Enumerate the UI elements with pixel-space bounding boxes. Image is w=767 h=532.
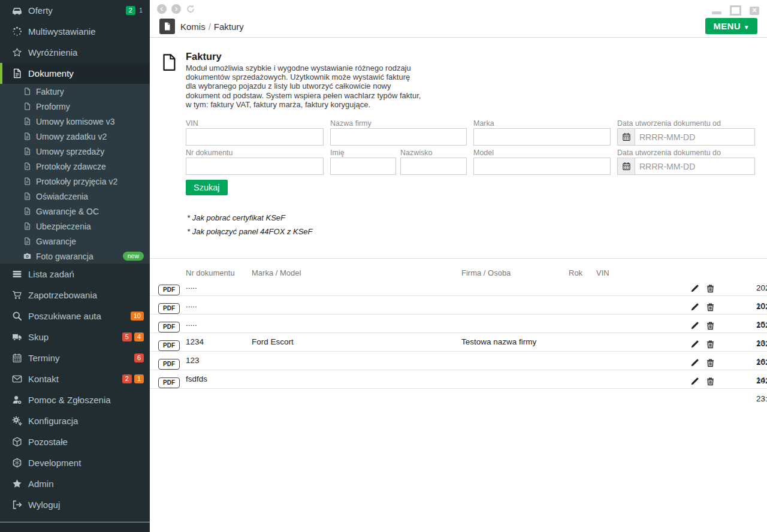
submenu-item-umowy-sprzedazy[interactable]: Umowy sprzedaży: [0, 144, 150, 159]
logout-icon: [10, 500, 23, 510]
chevron-down-icon: ▼: [744, 24, 750, 31]
calendar-icon[interactable]: [617, 158, 635, 175]
breadcrumb: Komis / Faktury: [159, 19, 244, 34]
sidebar-item-dokumenty[interactable]: Dokumenty: [0, 63, 150, 84]
data-do-input[interactable]: [635, 158, 755, 175]
submenu-item-oswiadczenia[interactable]: Oświadczenia: [0, 189, 150, 204]
sidebar-item-oferty[interactable]: Oferty 21: [0, 0, 150, 21]
sidebar-item-label: Multiwystawianie: [28, 26, 96, 37]
pdf-button[interactable]: PDF: [158, 322, 180, 332]
edit-icon[interactable]: [690, 356, 700, 365]
search-button[interactable]: Szukaj: [186, 180, 228, 195]
car-icon: [10, 5, 23, 16]
refresh-button[interactable]: [186, 4, 195, 14]
sidebar-item-konfiguracja[interactable]: Konfiguracja: [0, 410, 150, 431]
page-icon: [159, 19, 175, 34]
created-timestamp: 2025-09-1714:04:39: [702, 353, 756, 371]
dokumenty-submenu: Faktury Proformy Umowy komisowe v3 Umowy…: [0, 84, 150, 264]
sidebar-item-poszukiwane-auta[interactable]: Poszukiwane auta 10: [0, 306, 150, 327]
star-icon: [10, 479, 23, 489]
nazwa-firmy-input[interactable]: [330, 128, 467, 146]
nazwa-firmy-label: Nazwa firmy: [330, 119, 372, 128]
sidebar-item-wyloguj[interactable]: Wyloguj: [0, 494, 150, 515]
count-badge: 2: [122, 374, 132, 383]
nr-dokumentu-label: Nr dokumentu: [186, 149, 233, 157]
submenu-item-gwarancje-oc[interactable]: Gwarancje & OC: [0, 204, 150, 219]
imie-input[interactable]: [330, 158, 396, 175]
nazwisko-input[interactable]: [400, 158, 467, 175]
list-icon: [10, 269, 23, 279]
sidebar-item-wyroznienia[interactable]: Wyróżnienia: [0, 42, 150, 63]
submenu-item-gwarancje[interactable]: Gwarancje: [0, 234, 150, 249]
pdf-button[interactable]: PDF: [158, 303, 180, 314]
menu-button[interactable]: MENU▼: [705, 18, 757, 34]
submenu-item-faktury[interactable]: Faktury: [0, 84, 150, 99]
pdf-button[interactable]: PDF: [158, 285, 180, 295]
sidebar-footer: [0, 522, 150, 532]
submenu-item-umowy-komisowe[interactable]: Umowy komisowe v3: [0, 114, 150, 129]
model-label: Model: [473, 149, 494, 157]
star-outline-icon: [10, 47, 23, 58]
vin-input[interactable]: [186, 128, 324, 146]
col-nr-dokumentu: Nr dokumentu: [186, 268, 235, 277]
close-button[interactable]: ✕: [750, 7, 759, 15]
minimize-button[interactable]: [712, 11, 721, 14]
ksef-connect-link[interactable]: * Jak połączyć panel 44FOX z KSeF: [187, 227, 313, 236]
sidebar-item-pozostale[interactable]: Pozostałe: [0, 431, 150, 452]
calendar-icon: [10, 353, 23, 363]
document-icon: [10, 68, 23, 78]
edit-icon[interactable]: [690, 374, 700, 384]
submenu-item-protokoly-przyjecia[interactable]: Protokoły przyjęcia v2: [0, 174, 150, 189]
sidebar-item-admin[interactable]: Admin: [0, 473, 150, 494]
sidebar-item-terminy[interactable]: Terminy 6: [0, 347, 150, 368]
sidebar-item-label: Oferty: [28, 5, 53, 16]
submenu-item-foto-gwarancja[interactable]: Foto gwarancjanew: [0, 249, 150, 264]
ksef-certificate-link[interactable]: * Jak pobrać certyfikat KSeF: [187, 213, 285, 222]
imie-label: Imię: [330, 149, 345, 157]
submenu-item-proformy[interactable]: Proformy: [0, 99, 150, 114]
nr-dokumentu-input[interactable]: [186, 158, 324, 175]
maximize-button[interactable]: [730, 5, 741, 16]
count-badge: 10: [131, 312, 144, 321]
edit-icon[interactable]: [690, 282, 700, 291]
sidebar-item-lista-zadan[interactable]: Lista zadań: [0, 264, 150, 285]
table-row: PDF ..... 2026-03-2013:15:20: [150, 315, 767, 333]
pdf-button[interactable]: PDF: [158, 377, 180, 388]
edit-icon[interactable]: [690, 319, 700, 328]
back-button[interactable]: [157, 4, 167, 14]
count-badge: 4: [134, 332, 144, 341]
sidebar-item-development[interactable]: Development: [0, 452, 150, 473]
count-badge: 1: [134, 374, 144, 383]
vin-label: VIN: [186, 119, 198, 128]
sidebar-item-pomoc-zgloszenia[interactable]: Pomoc & Zgłoszenia: [0, 389, 150, 410]
edit-icon[interactable]: [690, 337, 700, 347]
submenu-item-ubezpieczenia[interactable]: Ubezpieczenia: [0, 219, 150, 234]
pdf-button[interactable]: PDF: [158, 340, 180, 351]
table-divider: [150, 258, 767, 259]
forward-button[interactable]: [171, 4, 181, 14]
breadcrumb-section[interactable]: Komis: [180, 22, 206, 32]
edit-icon[interactable]: [690, 300, 700, 310]
cube-icon: [10, 437, 23, 447]
submenu-item-protokoly-zdawcze[interactable]: Protokoły zdawcze: [0, 159, 150, 174]
count-badge: 5: [122, 332, 132, 341]
pdf-button[interactable]: PDF: [158, 359, 180, 370]
submenu-item-umowy-zadatku[interactable]: Umowy zadatku v2: [0, 129, 150, 144]
search-icon: [10, 311, 23, 321]
calendar-icon[interactable]: [617, 128, 635, 146]
file-text-icon: [22, 117, 32, 125]
data-od-input[interactable]: [635, 128, 755, 146]
marka-input[interactable]: [473, 128, 611, 146]
envelope-icon: [10, 374, 23, 384]
sidebar-item-zapotrzebowania[interactable]: Zapotrzebowania: [0, 285, 150, 306]
cart-icon: [10, 290, 23, 300]
sidebar-item-kontakt[interactable]: Kontakt 21: [0, 368, 150, 389]
breadcrumb-page: Faktury: [214, 22, 244, 32]
col-vin: VIN: [596, 268, 609, 277]
count-badge: 2: [126, 6, 135, 15]
count-badge: 1: [138, 6, 144, 15]
model-input[interactable]: [473, 158, 611, 175]
sidebar-item-skup[interactable]: Skup 54: [0, 327, 150, 347]
sidebar-item-multiwystawianie[interactable]: Multiwystawianie: [0, 21, 150, 42]
invoice-table: PDF ..... 2026-03-2710:28:52 PDF ..... 2…: [150, 277, 767, 389]
